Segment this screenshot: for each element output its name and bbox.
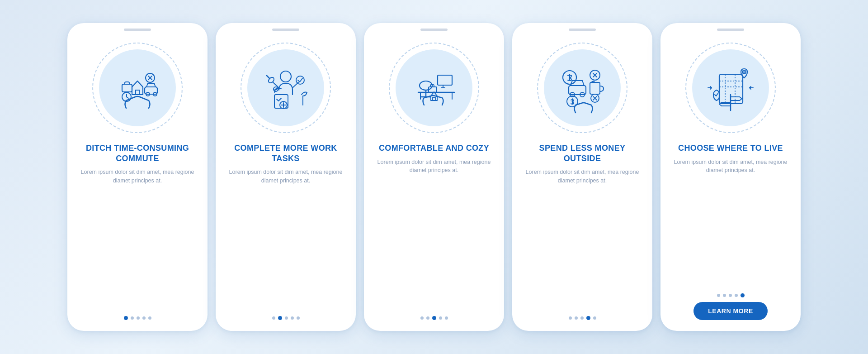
dot-3-5[interactable] [445,316,448,320]
dot-4-1[interactable] [569,316,572,320]
pagination-3 [420,309,448,320]
dot-2-4[interactable] [291,316,294,320]
dot-5-1[interactable] [717,294,720,297]
dot-4-2[interactable] [575,316,578,320]
dot-4-3[interactable] [580,316,584,320]
screen-3-desc: Lorem ipsum dolor sit dim amet, mea regi… [364,153,504,175]
svg-rect-13 [438,75,452,85]
svg-rect-1 [122,84,132,92]
dot-2-5[interactable] [297,316,300,320]
phone-screen-2: COMPLETE MORE WORK TASKS Lorem ipsum dol… [216,23,356,331]
dot-4-4[interactable] [586,316,590,320]
cozy-icon [398,52,470,124]
pagination-1 [124,309,151,320]
phone-notch-2 [272,29,299,31]
screen-4-desc: Lorem ipsum dolor sit dim amet, mea regi… [512,163,652,185]
dot-2-1[interactable] [272,316,275,320]
svg-rect-19 [569,86,586,95]
dot-1-3[interactable] [137,316,140,320]
dot-1-2[interactable] [131,316,134,320]
phone-screen-4: SPEND LESS MONEY OUTSIDE Lorem ipsum dol… [512,23,652,331]
screen-3-title: COMFORTABLE AND COZY [368,141,500,153]
dot-3-2[interactable] [426,316,429,320]
phone-screen-5: CHOOSE WHERE TO LIVE Lorem ipsum dolor s… [660,23,801,331]
phone-notch-3 [420,29,448,31]
screen-1-desc: Lorem ipsum dolor sit dim amet, mea regi… [67,163,208,185]
svg-rect-8 [274,95,288,108]
pagination-2 [272,309,300,320]
screen-4-title: SPEND LESS MONEY OUTSIDE [512,141,652,163]
learn-more-button[interactable]: LEARN MORE [693,302,768,320]
dot-3-3[interactable] [432,316,436,320]
work-tasks-icon [250,52,322,124]
phone-top-4 [512,23,652,33]
where-to-live-icon [694,52,767,124]
phone-notch-5 [717,29,744,31]
phone-top-3 [364,23,504,33]
dot-1-4[interactable] [142,316,146,320]
phone-screen-1: DITCH TIME-CONSUMING COMMUTE Lorem ipsum… [67,23,208,331]
dot-5-5[interactable] [741,293,745,297]
phone-notch-4 [569,29,596,31]
dot-2-2[interactable] [278,316,282,320]
dot-3-1[interactable] [420,316,424,320]
dot-2-3[interactable] [285,316,288,320]
screen-2-title: COMPLETE MORE WORK TASKS [216,141,356,163]
screen-5-title: CHOOSE WHERE TO LIVE [667,141,794,153]
money-outside-icon [546,52,618,124]
illustration-area-1 [88,38,187,138]
dot-5-2[interactable] [723,294,726,297]
screen-1-title: DITCH TIME-CONSUMING COMMUTE [67,141,208,163]
dot-4-5[interactable] [593,316,596,320]
dot-1-5[interactable] [148,316,151,320]
screen-5-desc: Lorem ipsum dolor sit dim amet, mea regi… [660,153,801,175]
screens-container: DITCH TIME-CONSUMING COMMUTE Lorem ipsum… [58,14,810,340]
dot-5-4[interactable] [735,294,738,297]
commute-icon [101,52,174,124]
phone-top-2 [216,23,356,33]
svg-rect-0 [136,90,139,95]
svg-rect-16 [433,97,435,100]
dot-1-1[interactable] [124,316,128,320]
phone-top-1 [67,23,208,33]
illustration-area-4 [533,38,632,138]
dot-3-4[interactable] [439,316,442,320]
pagination-5 [717,286,745,297]
illustration-area-2 [236,38,335,138]
svg-rect-22 [590,82,600,94]
phone-notch-1 [124,29,151,31]
screen-2-desc: Lorem ipsum dolor sit dim amet, mea regi… [216,163,356,185]
dot-5-3[interactable] [729,294,732,297]
illustration-area-3 [384,38,484,138]
phone-top-5 [660,23,801,33]
illustration-area-5 [681,38,780,138]
phone-screen-3: COMFORTABLE AND COZY Lorem ipsum dolor s… [364,23,504,331]
svg-point-12 [296,76,304,84]
svg-point-7 [280,71,291,82]
pagination-4 [569,309,596,320]
